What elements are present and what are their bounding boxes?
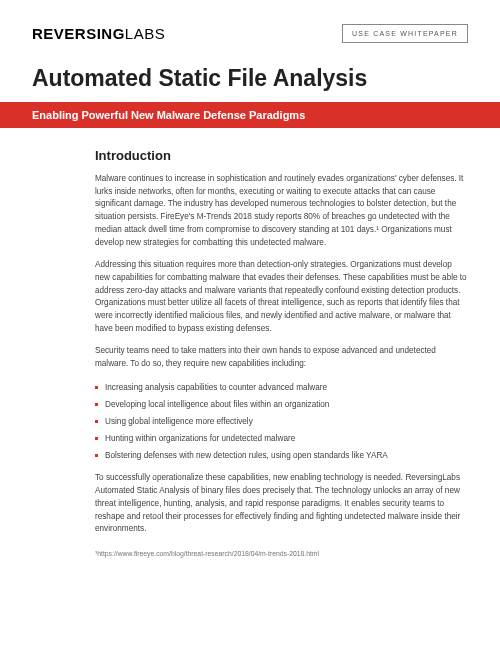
page-title: Automated Static File Analysis: [32, 65, 468, 92]
list-item: Using global intelligence more effective…: [95, 415, 468, 428]
logo-suffix: LABS: [125, 25, 165, 42]
list-item: Increasing analysis capabilities to coun…: [95, 381, 468, 394]
brand-logo: REVERSINGLABS: [32, 25, 165, 42]
page: REVERSINGLABS USE CASE WHITEPAPER Automa…: [0, 0, 500, 577]
intro-paragraph-3: Security teams need to take matters into…: [95, 345, 468, 370]
intro-paragraph-1: Malware continues to increase in sophist…: [95, 173, 468, 249]
content-area: Introduction Malware continues to increa…: [32, 148, 468, 557]
intro-paragraph-2: Addressing this situation requires more …: [95, 259, 468, 335]
list-item: Hunting within organizations for undetec…: [95, 432, 468, 445]
intro-paragraph-4: To successfully operationalize these cap…: [95, 472, 468, 536]
list-item: Bolstering defenses with new detection r…: [95, 449, 468, 462]
list-item: Developing local intelligence about file…: [95, 398, 468, 411]
doc-type-badge: USE CASE WHITEPAPER: [342, 24, 468, 43]
header-row: REVERSINGLABS USE CASE WHITEPAPER: [32, 24, 468, 43]
logo-prefix: REVERSING: [32, 25, 125, 42]
subtitle-bar: Enabling Powerful New Malware Defense Pa…: [0, 102, 500, 128]
footnote: ¹https://www.fireeye.com/blog/threat-res…: [95, 550, 468, 557]
capabilities-list: Increasing analysis capabilities to coun…: [95, 381, 468, 463]
section-heading-introduction: Introduction: [95, 148, 468, 163]
